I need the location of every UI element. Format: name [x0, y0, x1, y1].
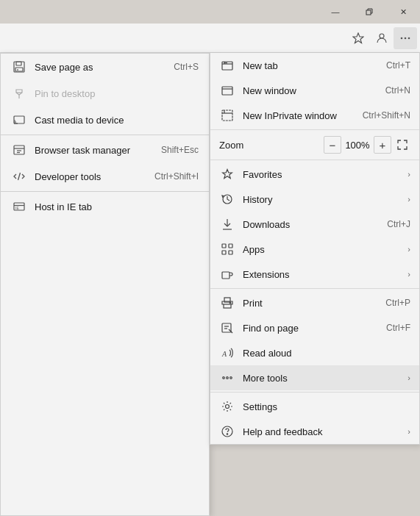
history-arrow: ›: [407, 195, 410, 204]
read-aloud-icon: A: [219, 345, 235, 361]
svg-rect-27: [222, 110, 232, 121]
zoom-value: 100%: [344, 140, 371, 151]
downloads-label: Downloads: [243, 219, 375, 230]
find-on-page-label: Find on page: [243, 323, 374, 334]
host-in-ie-tab-item[interactable]: IE Host in IE tab: [1, 193, 209, 220]
new-window-icon: [219, 82, 235, 98]
developer-tools-label: Developer tools: [35, 171, 154, 182]
zoom-fullscreen-button[interactable]: [394, 137, 410, 153]
svg-point-52: [227, 434, 227, 434]
read-aloud-item[interactable]: A Read aloud: [210, 340, 419, 365]
separator-3: [210, 288, 419, 289]
zoom-increase-button[interactable]: +: [374, 136, 391, 154]
save-page-icon: [11, 59, 27, 75]
svg-point-4: [405, 37, 407, 39]
svg-text:IE: IE: [15, 206, 19, 210]
separator-2: [210, 160, 419, 160]
apps-icon: [219, 241, 235, 257]
print-shortcut: Ctrl+P: [374, 298, 410, 308]
settings-item[interactable]: Settings: [210, 394, 419, 419]
save-page-as-item[interactable]: Save page as Ctrl+S: [1, 54, 209, 80]
zoom-decrease-button[interactable]: −: [324, 136, 341, 154]
favorites-arrow: ›: [407, 170, 410, 179]
minimize-button[interactable]: —: [318, 0, 352, 24]
history-icon: [219, 191, 235, 207]
new-inprivate-shortcut: Ctrl+Shift+N: [351, 110, 410, 121]
help-feedback-arrow: ›: [407, 427, 410, 436]
more-tools-item[interactable]: More tools ›: [210, 365, 419, 390]
svg-rect-0: [366, 10, 371, 15]
favorites-item[interactable]: Favorites ›: [210, 162, 419, 187]
more-tools-icon: [219, 370, 235, 386]
menu-button[interactable]: [394, 27, 417, 49]
pin-icon: [11, 85, 27, 101]
favorites-label: Favorites: [243, 169, 405, 180]
new-tab-item[interactable]: New tab Ctrl+T: [210, 53, 419, 78]
dev-tools-icon: [11, 168, 27, 184]
zoom-controls: − 100% +: [324, 136, 391, 154]
profile-button[interactable]: [370, 27, 394, 49]
help-feedback-item[interactable]: Help and feedback ›: [210, 419, 419, 444]
host-in-ie-tab-label: Host in IE tab: [35, 201, 199, 212]
save-page-as-label: Save page as: [35, 62, 174, 73]
inprivate-icon: [219, 107, 235, 123]
more-tools-label: More tools: [243, 373, 405, 384]
developer-tools-shortcut: Ctrl+Shift+I: [154, 171, 199, 182]
svg-rect-37: [229, 251, 232, 254]
separator-4: [210, 392, 419, 393]
submenu-separator-1: [1, 135, 209, 135]
svg-text:A: A: [221, 350, 227, 358]
downloads-icon: [219, 216, 235, 232]
svg-rect-42: [222, 323, 231, 332]
extensions-item[interactable]: Extensions ›: [210, 262, 419, 287]
history-item[interactable]: History ›: [210, 187, 419, 212]
browser-task-manager-item[interactable]: Browser task manager Shift+Esc: [1, 137, 209, 163]
help-icon: [219, 423, 235, 440]
read-aloud-label: Read aloud: [243, 348, 410, 359]
new-window-item[interactable]: New window Ctrl+N: [210, 78, 419, 103]
downloads-shortcut: Ctrl+J: [375, 219, 410, 229]
find-on-page-item[interactable]: Find on page Ctrl+F: [210, 315, 419, 340]
svg-line-20: [18, 173, 21, 180]
downloads-item[interactable]: Downloads Ctrl+J: [210, 212, 419, 237]
svg-point-50: [226, 405, 229, 409]
new-inprivate-label: New InPrivate window: [243, 110, 351, 121]
new-inprivate-item[interactable]: New InPrivate window Ctrl+Shift+N: [210, 103, 419, 128]
ie-tab-icon: IE: [11, 198, 27, 215]
cast-media-label: Cast media to device: [35, 115, 199, 126]
separator-1: [210, 129, 419, 130]
settings-icon: [219, 398, 235, 415]
browser-task-manager-shortcut: Shift+Esc: [161, 145, 199, 155]
svg-rect-7: [16, 62, 21, 65]
apps-label: Apps: [243, 244, 405, 255]
zoom-label: Zoom: [219, 140, 324, 151]
restore-button[interactable]: [352, 0, 386, 24]
print-item[interactable]: Print Ctrl+P: [210, 290, 419, 315]
svg-point-48: [227, 377, 229, 379]
history-label: History: [243, 194, 405, 205]
cast-media-item[interactable]: Cast media to device: [1, 107, 209, 133]
favorites-button[interactable]: [346, 27, 370, 49]
extensions-label: Extensions: [243, 269, 405, 280]
svg-point-3: [401, 37, 403, 39]
svg-rect-35: [229, 244, 232, 248]
svg-point-41: [229, 302, 231, 304]
find-on-page-shortcut: Ctrl+F: [374, 323, 410, 333]
apps-item[interactable]: Apps ›: [210, 237, 419, 262]
developer-tools-item[interactable]: Developer tools Ctrl+Shift+I: [1, 163, 209, 190]
print-label: Print: [243, 298, 374, 309]
close-button[interactable]: ✕: [386, 0, 420, 24]
svg-marker-30: [223, 170, 232, 179]
svg-point-5: [408, 37, 410, 39]
extensions-arrow: ›: [407, 270, 410, 279]
apps-arrow: ›: [407, 245, 410, 254]
settings-label: Settings: [243, 401, 410, 412]
more-tools-arrow: ›: [407, 373, 410, 382]
pin-to-desktop-label: Pin to desktop: [35, 88, 199, 99]
new-window-shortcut: Ctrl+N: [374, 85, 410, 96]
main-menu: New tab Ctrl+T New window Ctrl+N New InP…: [210, 53, 420, 445]
pin-to-desktop-item[interactable]: Pin to desktop: [1, 80, 209, 107]
svg-rect-36: [222, 251, 226, 254]
task-manager-icon: [11, 142, 27, 158]
browser-bar: [0, 24, 420, 53]
